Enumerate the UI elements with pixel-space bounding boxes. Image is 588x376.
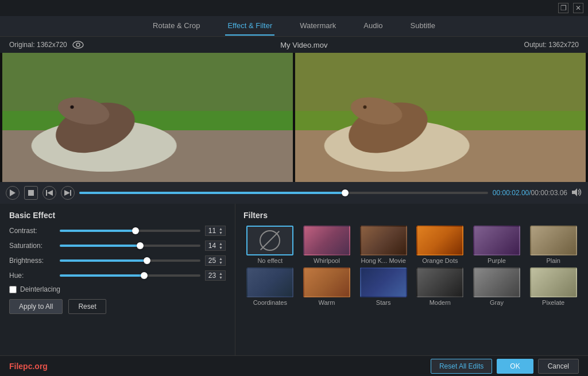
svg-rect-3: [28, 190, 34, 196]
bottom-right-buttons: Reset All Edits OK Cancel: [431, 359, 579, 374]
contrast-value-box[interactable]: 11 ▲ ▼: [205, 226, 226, 236]
filter-label-whirlpool: Whirlpool: [314, 257, 340, 264]
filter-label-hongk: Hong K... Movie: [361, 257, 406, 264]
saturation-thumb[interactable]: [137, 242, 144, 249]
filter-hongk-movie[interactable]: Hong K... Movie: [357, 226, 410, 264]
saturation-value-box[interactable]: 14 ▲ ▼: [205, 241, 226, 251]
filter-thumb-coordinates: [246, 268, 293, 297]
deinterlacing-row: Deinterlacing: [9, 285, 226, 293]
ok-button[interactable]: OK: [497, 359, 533, 374]
filter-thumb-plain: [530, 226, 577, 255]
filter-coordinates[interactable]: Coordinates: [243, 268, 297, 306]
prev-frame-button[interactable]: [42, 186, 56, 200]
hue-slider[interactable]: [60, 274, 200, 277]
reset-all-edits-button[interactable]: Reset All Edits: [431, 359, 492, 374]
filter-label-stars: Stars: [376, 299, 391, 306]
svg-point-0: [73, 41, 83, 48]
basic-effect-panel: Basic Effect Contrast: 11 ▲ ▼ Saturation…: [0, 204, 235, 355]
filter-thumb-warm: [303, 268, 350, 297]
filter-plain[interactable]: Plain: [527, 226, 580, 264]
tab-audio[interactable]: Audio: [361, 17, 385, 36]
filter-stars[interactable]: Stars: [357, 268, 410, 306]
tab-subtitle[interactable]: Subtitle: [408, 17, 438, 36]
preview-area: [0, 53, 588, 182]
filter-label-modern: Modern: [430, 299, 451, 306]
filter-pixelate[interactable]: Pixelate: [527, 268, 580, 306]
brightness-slider[interactable]: [60, 259, 200, 262]
progress-handle[interactable]: [342, 189, 349, 196]
filter-label-orange: Orange Dots: [422, 257, 458, 264]
watermark-text: Filepc.org: [9, 362, 48, 371]
contrast-thumb[interactable]: [132, 227, 139, 234]
preview-output: [295, 53, 586, 182]
contrast-fill: [60, 230, 136, 232]
filter-gray[interactable]: Gray: [470, 268, 524, 306]
filters-panel: Filters No effect Whirlpool Hong K... Mo…: [235, 204, 588, 355]
filter-label-gray: Gray: [490, 299, 504, 306]
svg-point-1: [76, 43, 80, 46]
filter-whirlpool[interactable]: Whirlpool: [300, 226, 354, 264]
contrast-decrement[interactable]: ▼: [218, 231, 224, 235]
deinterlacing-checkbox[interactable]: [9, 286, 17, 293]
contrast-increment[interactable]: ▲: [218, 227, 224, 231]
brightness-label: Brightness:: [9, 257, 55, 265]
filter-thumb-purple: [473, 226, 520, 255]
tab-bar: Rotate & Crop Effect & Filter Watermark …: [0, 16, 588, 37]
play-button[interactable]: [6, 186, 20, 200]
hue-label: Hue:: [9, 272, 55, 280]
close-button[interactable]: ✕: [573, 3, 583, 13]
filter-purple[interactable]: Purple: [470, 226, 524, 264]
main-content: Basic Effect Contrast: 11 ▲ ▼ Saturation…: [0, 204, 588, 355]
infobar: Original: 1362x720 My Video.mov Output: …: [0, 37, 588, 53]
filters-title: Filters: [243, 211, 580, 220]
hue-thumb[interactable]: [141, 272, 148, 279]
filter-warm[interactable]: Warm: [300, 268, 354, 306]
deinterlacing-label: Deinterlacing: [20, 285, 60, 293]
volume-icon[interactable]: [572, 188, 582, 199]
hue-row: Hue: 23 ▲ ▼: [9, 270, 226, 281]
panel-title: Basic Effect: [9, 211, 226, 220]
svg-rect-6: [70, 190, 71, 196]
filter-label-coordinates: Coordinates: [253, 299, 287, 306]
hue-decrement[interactable]: ▼: [218, 276, 224, 280]
reset-button[interactable]: Reset: [68, 299, 106, 314]
saturation-decrement[interactable]: ▼: [218, 246, 224, 250]
filter-thumb-orange: [416, 226, 463, 255]
filter-modern[interactable]: Modern: [413, 268, 467, 306]
preview-eye-icon[interactable]: [72, 41, 84, 49]
cancel-button[interactable]: Cancel: [538, 359, 579, 374]
brightness-value-box[interactable]: 25 ▲ ▼: [205, 255, 226, 266]
bottom-bar: Filepc.org Reset All Edits OK Cancel: [0, 355, 588, 376]
hue-increment[interactable]: ▲: [218, 272, 224, 276]
brightness-decrement[interactable]: ▼: [218, 261, 224, 265]
tab-effect[interactable]: Effect & Filter: [225, 17, 274, 36]
filter-no-effect[interactable]: No effect: [243, 226, 297, 264]
tab-watermark[interactable]: Watermark: [297, 17, 338, 36]
tab-rotate[interactable]: Rotate & Crop: [150, 17, 202, 36]
hue-fill: [60, 274, 144, 277]
saturation-slider[interactable]: [60, 245, 200, 247]
restore-button[interactable]: ❐: [558, 3, 568, 13]
filename: My Video.mov: [280, 41, 327, 49]
hue-value-box[interactable]: 23 ▲ ▼: [205, 270, 226, 281]
saturation-increment[interactable]: ▲: [218, 242, 224, 246]
preview-original: [2, 53, 293, 182]
filter-thumb-modern: [416, 268, 463, 297]
progress-bar[interactable]: [79, 192, 488, 194]
svg-marker-5: [47, 190, 53, 196]
contrast-slider[interactable]: [60, 230, 200, 232]
transport-bar: 00:00:02.00/00:00:03.06: [0, 182, 588, 204]
effect-buttons: Apply to All Reset: [9, 299, 226, 314]
filter-thumb-whirlpool: [303, 226, 350, 255]
titlebar: ❐ ✕: [0, 0, 588, 16]
stop-button[interactable]: [24, 186, 38, 200]
apply-to-all-button[interactable]: Apply to All: [9, 299, 63, 314]
brightness-increment[interactable]: ▲: [218, 257, 224, 261]
brightness-thumb[interactable]: [144, 257, 150, 264]
filter-orange-dots[interactable]: Orange Dots: [413, 226, 467, 264]
filter-label-no-effect: No effect: [257, 257, 283, 264]
original-resolution: Original: 1362x720: [9, 41, 84, 49]
output-resolution: Output: 1362x720: [524, 41, 579, 49]
filter-thumb-no-effect: [246, 226, 293, 255]
next-frame-button[interactable]: [61, 186, 75, 200]
